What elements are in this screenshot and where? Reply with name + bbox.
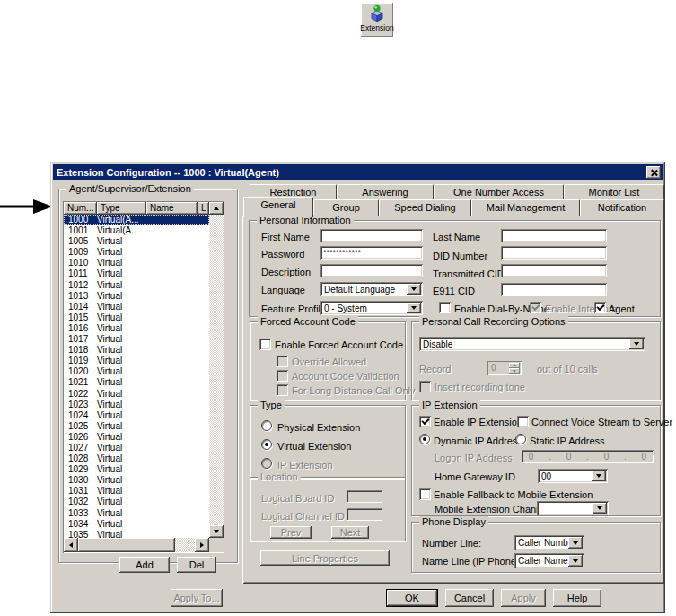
logical-channel-id-field [347, 508, 382, 521]
down-arrow-icon [214, 530, 219, 536]
hscroll-right-button[interactable] [195, 538, 209, 552]
ok-button[interactable]: OK [386, 589, 438, 607]
title-bar[interactable]: Extension Configuration -- 1000 : Virtua… [53, 164, 663, 180]
list-item[interactable]: 1023 Virtual [64, 400, 209, 410]
language-dropdown[interactable]: Default Language [320, 282, 423, 296]
out-of-calls-label: out of 10 calls [537, 364, 598, 374]
list-item[interactable]: 1021 Virtual [64, 377, 209, 388]
line-properties-button: Line Properties [260, 550, 390, 566]
list-item[interactable]: 1028 Virtual [64, 453, 209, 464]
list-item[interactable]: 1029 Virtual [64, 464, 209, 475]
dynamic-ip-radio[interactable] [419, 434, 430, 444]
connect-voice-stream-checkbox[interactable] [517, 416, 529, 427]
password-field[interactable]: ************ [320, 246, 423, 260]
recording-mode-dropdown[interactable]: Disable [419, 337, 645, 351]
up-arrow-icon [214, 204, 219, 210]
transmitted-cid-field[interactable] [501, 264, 607, 277]
list-item[interactable]: 1020 Virtual [64, 366, 209, 377]
list-item[interactable]: 1031 Virtual [64, 486, 209, 497]
dropdown-arrow-icon[interactable] [407, 303, 421, 313]
list-item[interactable]: 1025 Virtual [64, 421, 209, 432]
e911-cid-field[interactable] [501, 283, 607, 296]
physical-extension-radio[interactable] [261, 420, 272, 431]
del-button[interactable]: Del [177, 557, 216, 573]
add-button[interactable]: Add [119, 557, 170, 573]
hscroll-track[interactable] [175, 538, 195, 552]
column-header-l[interactable]: L [198, 202, 209, 215]
enable-ip-extension-checkbox[interactable] [419, 416, 431, 427]
agent-checkbox[interactable] [594, 302, 606, 313]
list-item[interactable]: 1030 Virtual [64, 475, 209, 486]
last-name-field[interactable] [501, 229, 607, 242]
vscroll-track[interactable] [209, 215, 224, 525]
list-item[interactable]: 1026 Virtual [64, 432, 209, 443]
tab-group[interactable]: Group [313, 199, 379, 216]
hscroll-thumb[interactable] [78, 538, 175, 552]
hscroll-left-button[interactable] [64, 538, 78, 552]
tab-monitor-list[interactable]: Monitor List [564, 184, 664, 199]
close-button[interactable] [646, 166, 661, 179]
static-ip-radio[interactable] [515, 434, 526, 444]
home-gateway-dropdown[interactable]: 00 [538, 469, 608, 483]
list-item[interactable]: 1005 Virtual [64, 236, 209, 247]
list-item[interactable]: 1015 Virtual [64, 312, 209, 323]
tab-mail-management[interactable]: Mail Management [471, 199, 580, 216]
dropdown-arrow-icon[interactable] [568, 555, 583, 567]
list-item[interactable]: 1009 Virtual [64, 247, 209, 258]
tab-speed-dialing[interactable]: Speed Dialing [379, 199, 471, 216]
column-header-type[interactable]: Type [97, 202, 146, 215]
virtual-extension-radio[interactable] [261, 439, 272, 450]
feature-profile-dropdown[interactable]: 0 - System [320, 301, 423, 315]
dropdown-arrow-icon[interactable] [593, 503, 607, 514]
list-item[interactable]: 1001 Virtual(A.. [64, 225, 209, 236]
number-line-dropdown[interactable]: Caller Number [514, 535, 584, 550]
list-item[interactable]: 1014 Virtual [64, 302, 209, 312]
list-item[interactable]: 1024 Virtual [64, 410, 209, 421]
list-item[interactable]: 1033 Virtual [64, 508, 209, 519]
list-item[interactable]: 1011 Virtual [64, 268, 209, 279]
dropdown-arrow-icon[interactable] [592, 471, 606, 481]
extension-desktop-icon[interactable]: Extension [361, 3, 393, 37]
column-header-num[interactable]: Num... [64, 202, 97, 215]
dropdown-arrow-icon[interactable] [629, 339, 644, 349]
dropdown-arrow-icon[interactable] [568, 537, 583, 549]
list-item[interactable]: 1035 Virtual [64, 530, 209, 538]
tab-notification[interactable]: Notification [580, 199, 664, 216]
cancel-button[interactable]: Cancel [445, 589, 494, 607]
tab-answering[interactable]: Answering [337, 184, 434, 199]
tab-one-number-access[interactable]: One Number Access [434, 184, 564, 199]
type-legend: Type [258, 400, 285, 411]
description-field[interactable] [320, 264, 423, 277]
enable-fallback-checkbox[interactable] [419, 488, 431, 500]
list-item[interactable]: 1010 Virtual [64, 258, 209, 268]
mobile-channel-dropdown[interactable] [537, 501, 609, 515]
list-item[interactable]: 1022 Virtual [64, 389, 209, 400]
list-item[interactable]: 1032 Virtual [64, 497, 209, 507]
long-distance-only-checkbox [277, 384, 288, 396]
list-item[interactable]: 1013 Virtual [64, 291, 209, 302]
help-button[interactable]: Help [553, 589, 601, 607]
list-item[interactable]: 1012 Virtual [64, 280, 209, 291]
enable-dial-by-name-checkbox[interactable] [439, 302, 451, 313]
vscroll-up-button[interactable] [209, 202, 224, 215]
dropdown-arrow-icon[interactable] [407, 284, 421, 295]
personal-information-group: Personal Information First Name Password… [249, 220, 661, 317]
enable-forced-account-code-checkbox[interactable] [259, 339, 271, 350]
e911-cid-label: E911 CID [433, 286, 475, 296]
physical-extension-label: Physical Extension [277, 422, 360, 433]
did-number-field[interactable] [501, 246, 607, 260]
list-item[interactable]: 1027 Virtual [64, 443, 209, 453]
list-item[interactable]: 1017 Virtual [64, 334, 209, 345]
column-header-name[interactable]: Name [146, 202, 198, 215]
vscroll-down-button[interactable] [209, 525, 224, 538]
list-item[interactable]: 1019 Virtual [64, 356, 209, 366]
list-item[interactable]: 1000 Virtual(A... [64, 215, 209, 225]
tab-general[interactable]: General [243, 197, 313, 217]
list-item[interactable]: 1018 Virtual [64, 345, 209, 356]
list-item[interactable]: 1034 Virtual [64, 519, 209, 530]
enable-forced-account-code-label: Enable Forced Account Code [275, 339, 403, 350]
list-item[interactable]: 1016 Virtual [64, 323, 209, 334]
enable-ip-extension-label: Enable IP Extension [434, 417, 522, 427]
first-name-field[interactable] [320, 229, 423, 242]
name-line-dropdown[interactable]: Caller Name [514, 553, 584, 568]
